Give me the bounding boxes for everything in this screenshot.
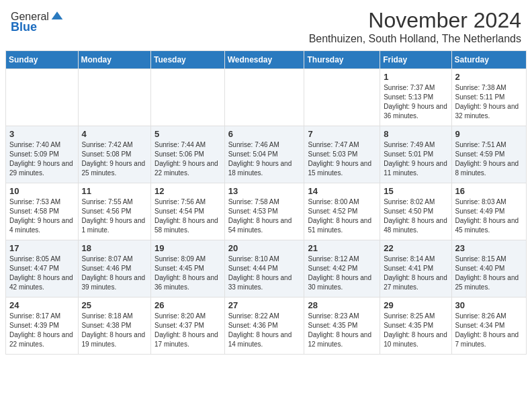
header: General Blue November 2024 Benthuizen, S… [0, 0, 532, 50]
calendar-header: SundayMondayTuesdayWednesdayThursdayFrid… [6, 51, 527, 69]
calendar-cell: 14Sunrise: 8:00 AM Sunset: 4:52 PM Dayli… [304, 183, 380, 240]
day-number: 13 [228, 186, 301, 196]
day-number: 16 [455, 186, 523, 196]
day-number: 25 [82, 300, 147, 310]
day-number: 3 [9, 129, 75, 139]
day-info: Sunrise: 7:53 AM Sunset: 4:58 PM Dayligh… [9, 197, 75, 235]
calendar-cell: 19Sunrise: 8:09 AM Sunset: 4:45 PM Dayli… [151, 240, 225, 298]
calendar-cell: 18Sunrise: 8:07 AM Sunset: 4:46 PM Dayli… [78, 240, 150, 298]
calendar-cell: 8Sunrise: 7:49 AM Sunset: 5:01 PM Daylig… [380, 126, 451, 183]
calendar-cell: 5Sunrise: 7:44 AM Sunset: 5:06 PM Daylig… [151, 126, 225, 183]
calendar-cell: 16Sunrise: 8:03 AM Sunset: 4:49 PM Dayli… [451, 183, 526, 240]
day-number: 19 [154, 243, 221, 253]
day-info: Sunrise: 8:12 AM Sunset: 4:42 PM Dayligh… [308, 255, 376, 292]
calendar-cell: 27Sunrise: 8:22 AM Sunset: 4:36 PM Dayli… [224, 298, 304, 355]
calendar-cell [224, 69, 304, 126]
day-info: Sunrise: 8:26 AM Sunset: 4:34 PM Dayligh… [455, 312, 523, 349]
day-info: Sunrise: 7:40 AM Sunset: 5:09 PM Dayligh… [9, 140, 75, 178]
day-number: 12 [154, 186, 221, 196]
weekday-header-thursday: Thursday [304, 51, 380, 69]
week-row-1: 1Sunrise: 7:37 AM Sunset: 5:13 PM Daylig… [6, 69, 527, 126]
weekday-header-sunday: Sunday [6, 51, 79, 69]
location-title: Benthuizen, South Holland, The Netherlan… [64, 33, 521, 45]
day-number: 1 [384, 72, 447, 82]
week-row-4: 17Sunrise: 8:05 AM Sunset: 4:47 PM Dayli… [6, 240, 527, 298]
day-number: 21 [308, 243, 376, 253]
calendar-cell: 12Sunrise: 7:56 AM Sunset: 4:54 PM Dayli… [151, 183, 225, 240]
calendar-cell: 26Sunrise: 8:20 AM Sunset: 4:37 PM Dayli… [151, 298, 225, 355]
calendar-cell [78, 69, 150, 126]
day-number: 30 [455, 300, 523, 310]
day-number: 6 [228, 129, 301, 139]
svg-marker-0 [52, 11, 63, 19]
day-info: Sunrise: 7:37 AM Sunset: 5:13 PM Dayligh… [384, 83, 447, 121]
day-info: Sunrise: 7:47 AM Sunset: 5:03 PM Dayligh… [308, 140, 376, 178]
day-number: 26 [154, 300, 221, 310]
day-info: Sunrise: 8:00 AM Sunset: 4:52 PM Dayligh… [308, 197, 376, 235]
weekday-header-wednesday: Wednesday [224, 51, 304, 69]
day-info: Sunrise: 7:38 AM Sunset: 5:11 PM Dayligh… [455, 83, 523, 121]
month-title: November 2024 [64, 8, 521, 33]
day-info: Sunrise: 8:03 AM Sunset: 4:49 PM Dayligh… [455, 197, 523, 235]
day-number: 17 [9, 243, 75, 253]
day-number: 10 [9, 186, 75, 196]
day-info: Sunrise: 8:18 AM Sunset: 4:38 PM Dayligh… [82, 312, 147, 349]
calendar-cell: 17Sunrise: 8:05 AM Sunset: 4:47 PM Dayli… [6, 240, 79, 298]
day-info: Sunrise: 7:55 AM Sunset: 4:56 PM Dayligh… [82, 197, 147, 235]
calendar-cell: 28Sunrise: 8:23 AM Sunset: 4:35 PM Dayli… [304, 298, 380, 355]
day-info: Sunrise: 8:02 AM Sunset: 4:50 PM Dayligh… [384, 197, 447, 235]
calendar-cell: 9Sunrise: 7:51 AM Sunset: 4:59 PM Daylig… [451, 126, 526, 183]
day-info: Sunrise: 7:44 AM Sunset: 5:06 PM Dayligh… [154, 140, 221, 178]
day-info: Sunrise: 8:15 AM Sunset: 4:40 PM Dayligh… [455, 255, 523, 292]
weekday-header-monday: Monday [78, 51, 150, 69]
calendar-cell: 4Sunrise: 7:42 AM Sunset: 5:08 PM Daylig… [78, 126, 150, 183]
calendar-cell: 2Sunrise: 7:38 AM Sunset: 5:11 PM Daylig… [451, 69, 526, 126]
logo-icon [50, 9, 64, 23]
calendar-cell: 13Sunrise: 7:58 AM Sunset: 4:53 PM Dayli… [224, 183, 304, 240]
day-info: Sunrise: 7:58 AM Sunset: 4:53 PM Dayligh… [228, 197, 301, 235]
week-row-3: 10Sunrise: 7:53 AM Sunset: 4:58 PM Dayli… [6, 183, 527, 240]
day-info: Sunrise: 8:17 AM Sunset: 4:39 PM Dayligh… [9, 312, 75, 349]
weekday-header-tuesday: Tuesday [151, 51, 225, 69]
day-number: 20 [228, 243, 301, 253]
weekday-header-saturday: Saturday [451, 51, 526, 69]
day-number: 5 [154, 129, 221, 139]
day-info: Sunrise: 8:09 AM Sunset: 4:45 PM Dayligh… [154, 255, 221, 292]
calendar-cell [6, 69, 79, 126]
calendar-cell: 7Sunrise: 7:47 AM Sunset: 5:03 PM Daylig… [304, 126, 380, 183]
day-info: Sunrise: 7:42 AM Sunset: 5:08 PM Dayligh… [82, 140, 147, 178]
calendar-cell: 3Sunrise: 7:40 AM Sunset: 5:09 PM Daylig… [6, 126, 79, 183]
weekday-row: SundayMondayTuesdayWednesdayThursdayFrid… [6, 51, 527, 69]
day-number: 8 [384, 129, 447, 139]
day-number: 18 [82, 243, 147, 253]
calendar-cell [304, 69, 380, 126]
day-info: Sunrise: 8:07 AM Sunset: 4:46 PM Dayligh… [82, 255, 147, 292]
day-number: 28 [308, 300, 376, 310]
day-info: Sunrise: 8:05 AM Sunset: 4:47 PM Dayligh… [9, 255, 75, 292]
day-info: Sunrise: 7:51 AM Sunset: 4:59 PM Dayligh… [455, 140, 523, 178]
calendar-cell: 29Sunrise: 8:25 AM Sunset: 4:35 PM Dayli… [380, 298, 451, 355]
calendar-body: 1Sunrise: 7:37 AM Sunset: 5:13 PM Daylig… [6, 69, 527, 355]
calendar-cell: 30Sunrise: 8:26 AM Sunset: 4:34 PM Dayli… [451, 298, 526, 355]
day-info: Sunrise: 7:46 AM Sunset: 5:04 PM Dayligh… [228, 140, 301, 178]
calendar-wrapper: SundayMondayTuesdayWednesdayThursdayFrid… [0, 50, 532, 360]
day-info: Sunrise: 8:14 AM Sunset: 4:41 PM Dayligh… [384, 255, 447, 292]
day-number: 9 [455, 129, 523, 139]
title-area: November 2024 Benthuizen, South Holland,… [64, 8, 521, 45]
logo: General Blue [11, 11, 64, 34]
day-info: Sunrise: 7:49 AM Sunset: 5:01 PM Dayligh… [384, 140, 447, 178]
day-number: 7 [308, 129, 376, 139]
calendar-cell: 24Sunrise: 8:17 AM Sunset: 4:39 PM Dayli… [6, 298, 79, 355]
day-info: Sunrise: 7:56 AM Sunset: 4:54 PM Dayligh… [154, 197, 221, 235]
week-row-2: 3Sunrise: 7:40 AM Sunset: 5:09 PM Daylig… [6, 126, 527, 183]
calendar-table: SundayMondayTuesdayWednesdayThursdayFrid… [5, 50, 527, 355]
day-info: Sunrise: 8:22 AM Sunset: 4:36 PM Dayligh… [228, 312, 301, 349]
calendar-cell: 23Sunrise: 8:15 AM Sunset: 4:40 PM Dayli… [451, 240, 526, 298]
day-info: Sunrise: 8:23 AM Sunset: 4:35 PM Dayligh… [308, 312, 376, 349]
day-number: 11 [82, 186, 147, 196]
calendar-cell [151, 69, 225, 126]
day-number: 2 [455, 72, 523, 82]
calendar-cell: 20Sunrise: 8:10 AM Sunset: 4:44 PM Dayli… [224, 240, 304, 298]
calendar-cell: 11Sunrise: 7:55 AM Sunset: 4:56 PM Dayli… [78, 183, 150, 240]
day-number: 4 [82, 129, 147, 139]
